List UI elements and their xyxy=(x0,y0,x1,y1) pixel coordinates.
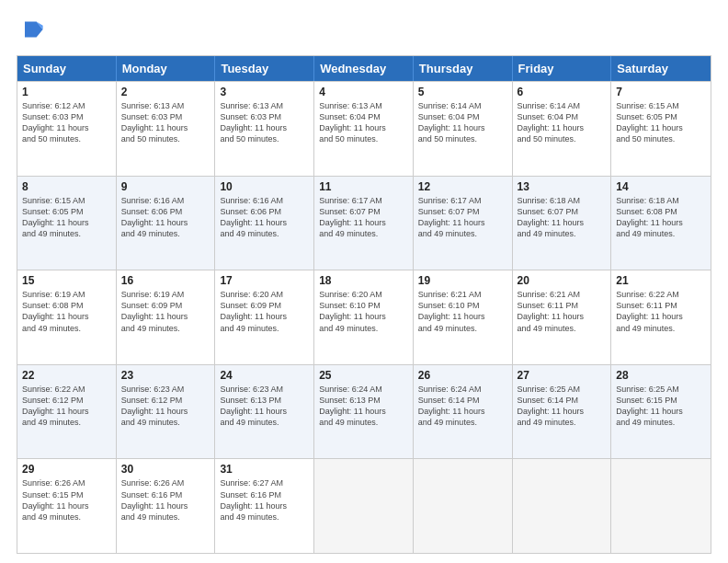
empty-cell xyxy=(414,459,513,553)
day-number: 24 xyxy=(220,369,309,382)
day-info: Sunrise: 6:22 AM Sunset: 6:11 PM Dayligh… xyxy=(616,289,706,334)
day-cell-15: 15Sunrise: 6:19 AM Sunset: 6:08 PM Dayli… xyxy=(17,270,117,364)
day-info: Sunrise: 6:23 AM Sunset: 6:13 PM Dayligh… xyxy=(220,384,309,429)
day-number: 5 xyxy=(418,86,507,98)
header xyxy=(17,17,711,46)
day-cell-10: 10Sunrise: 6:16 AM Sunset: 6:06 PM Dayli… xyxy=(215,177,314,270)
empty-cell xyxy=(611,459,711,553)
day-cell-6: 6Sunrise: 6:14 AM Sunset: 6:04 PM Daylig… xyxy=(513,82,612,176)
day-number: 28 xyxy=(616,369,706,382)
day-cell-2: 2Sunrise: 6:13 AM Sunset: 6:03 PM Daylig… xyxy=(117,82,216,176)
day-info: Sunrise: 6:18 AM Sunset: 6:08 PM Dayligh… xyxy=(616,195,706,240)
day-cell-5: 5Sunrise: 6:14 AM Sunset: 6:04 PM Daylig… xyxy=(414,82,513,176)
day-number: 25 xyxy=(319,369,408,382)
day-info: Sunrise: 6:13 AM Sunset: 6:03 PM Dayligh… xyxy=(121,100,210,145)
day-number: 15 xyxy=(22,274,111,287)
header-day-saturday: Saturday xyxy=(611,56,711,81)
day-number: 30 xyxy=(121,463,210,476)
day-info: Sunrise: 6:20 AM Sunset: 6:09 PM Dayligh… xyxy=(220,289,309,334)
day-number: 14 xyxy=(616,180,706,193)
day-number: 1 xyxy=(22,86,111,98)
day-info: Sunrise: 6:16 AM Sunset: 6:06 PM Dayligh… xyxy=(121,195,210,240)
day-info: Sunrise: 6:17 AM Sunset: 6:07 PM Dayligh… xyxy=(319,195,408,240)
day-number: 13 xyxy=(518,180,607,193)
empty-cell xyxy=(314,459,414,553)
calendar-row-1: 8Sunrise: 6:15 AM Sunset: 6:05 PM Daylig… xyxy=(17,176,711,270)
calendar-row-3: 22Sunrise: 6:22 AM Sunset: 6:12 PM Dayli… xyxy=(17,364,711,459)
day-cell-17: 17Sunrise: 6:20 AM Sunset: 6:09 PM Dayli… xyxy=(215,270,314,364)
day-cell-20: 20Sunrise: 6:21 AM Sunset: 6:11 PM Dayli… xyxy=(513,270,612,364)
day-number: 17 xyxy=(220,274,309,287)
day-cell-27: 27Sunrise: 6:25 AM Sunset: 6:14 PM Dayli… xyxy=(513,365,612,459)
day-cell-11: 11Sunrise: 6:17 AM Sunset: 6:07 PM Dayli… xyxy=(314,177,414,270)
day-number: 20 xyxy=(518,274,607,287)
calendar-body: 1Sunrise: 6:12 AM Sunset: 6:03 PM Daylig… xyxy=(17,81,711,553)
day-info: Sunrise: 6:13 AM Sunset: 6:04 PM Dayligh… xyxy=(319,100,408,145)
day-number: 2 xyxy=(121,86,210,98)
day-number: 16 xyxy=(121,274,210,287)
day-number: 11 xyxy=(319,180,408,193)
day-info: Sunrise: 6:25 AM Sunset: 6:14 PM Dayligh… xyxy=(518,384,607,429)
day-number: 7 xyxy=(616,86,706,98)
day-info: Sunrise: 6:14 AM Sunset: 6:04 PM Dayligh… xyxy=(418,100,507,145)
day-info: Sunrise: 6:23 AM Sunset: 6:12 PM Dayligh… xyxy=(121,384,210,429)
calendar-row-0: 1Sunrise: 6:12 AM Sunset: 6:03 PM Daylig… xyxy=(17,81,711,176)
day-info: Sunrise: 6:26 AM Sunset: 6:15 PM Dayligh… xyxy=(22,477,111,523)
day-cell-19: 19Sunrise: 6:21 AM Sunset: 6:10 PM Dayli… xyxy=(414,270,513,364)
calendar-header: SundayMondayTuesdayWednesdayThursdayFrid… xyxy=(17,56,711,81)
day-info: Sunrise: 6:22 AM Sunset: 6:12 PM Dayligh… xyxy=(22,384,111,429)
day-cell-26: 26Sunrise: 6:24 AM Sunset: 6:14 PM Dayli… xyxy=(414,365,513,459)
day-info: Sunrise: 6:13 AM Sunset: 6:03 PM Dayligh… xyxy=(220,100,309,145)
day-info: Sunrise: 6:18 AM Sunset: 6:07 PM Dayligh… xyxy=(518,195,607,240)
day-number: 4 xyxy=(319,86,408,98)
day-number: 12 xyxy=(418,180,507,193)
day-number: 21 xyxy=(616,274,706,287)
day-info: Sunrise: 6:15 AM Sunset: 6:05 PM Dayligh… xyxy=(616,100,706,145)
day-cell-8: 8Sunrise: 6:15 AM Sunset: 6:05 PM Daylig… xyxy=(17,177,117,270)
day-cell-12: 12Sunrise: 6:17 AM Sunset: 6:07 PM Dayli… xyxy=(414,177,513,270)
day-cell-31: 31Sunrise: 6:27 AM Sunset: 6:16 PM Dayli… xyxy=(215,459,314,553)
day-cell-28: 28Sunrise: 6:25 AM Sunset: 6:15 PM Dayli… xyxy=(611,365,711,459)
day-cell-21: 21Sunrise: 6:22 AM Sunset: 6:11 PM Dayli… xyxy=(611,270,711,364)
logo xyxy=(17,17,44,46)
header-day-friday: Friday xyxy=(513,56,612,81)
day-number: 26 xyxy=(418,369,507,382)
day-info: Sunrise: 6:19 AM Sunset: 6:08 PM Dayligh… xyxy=(22,289,111,334)
day-cell-1: 1Sunrise: 6:12 AM Sunset: 6:03 PM Daylig… xyxy=(17,82,117,176)
day-cell-4: 4Sunrise: 6:13 AM Sunset: 6:04 PM Daylig… xyxy=(314,82,414,176)
empty-cell xyxy=(513,459,612,553)
day-cell-3: 3Sunrise: 6:13 AM Sunset: 6:03 PM Daylig… xyxy=(215,82,314,176)
day-cell-22: 22Sunrise: 6:22 AM Sunset: 6:12 PM Dayli… xyxy=(17,365,117,459)
header-day-monday: Monday xyxy=(117,56,216,81)
day-cell-29: 29Sunrise: 6:26 AM Sunset: 6:15 PM Dayli… xyxy=(17,459,117,553)
calendar: SundayMondayTuesdayWednesdayThursdayFrid… xyxy=(17,55,711,554)
day-number: 6 xyxy=(518,86,607,98)
day-cell-16: 16Sunrise: 6:19 AM Sunset: 6:09 PM Dayli… xyxy=(117,270,216,364)
day-number: 22 xyxy=(22,369,111,382)
day-info: Sunrise: 6:25 AM Sunset: 6:15 PM Dayligh… xyxy=(616,384,706,429)
day-cell-7: 7Sunrise: 6:15 AM Sunset: 6:05 PM Daylig… xyxy=(611,82,711,176)
day-info: Sunrise: 6:15 AM Sunset: 6:05 PM Dayligh… xyxy=(22,195,111,240)
header-day-thursday: Thursday xyxy=(414,56,513,81)
day-number: 31 xyxy=(220,463,309,476)
day-cell-13: 13Sunrise: 6:18 AM Sunset: 6:07 PM Dayli… xyxy=(513,177,612,270)
day-cell-24: 24Sunrise: 6:23 AM Sunset: 6:13 PM Dayli… xyxy=(215,365,314,459)
calendar-row-4: 29Sunrise: 6:26 AM Sunset: 6:15 PM Dayli… xyxy=(17,458,711,553)
header-day-wednesday: Wednesday xyxy=(314,56,414,81)
header-day-tuesday: Tuesday xyxy=(215,56,314,81)
day-cell-9: 9Sunrise: 6:16 AM Sunset: 6:06 PM Daylig… xyxy=(117,177,216,270)
day-cell-25: 25Sunrise: 6:24 AM Sunset: 6:13 PM Dayli… xyxy=(314,365,414,459)
header-day-sunday: Sunday xyxy=(17,56,117,81)
day-info: Sunrise: 6:21 AM Sunset: 6:10 PM Dayligh… xyxy=(418,289,507,334)
day-number: 10 xyxy=(220,180,309,193)
day-info: Sunrise: 6:16 AM Sunset: 6:06 PM Dayligh… xyxy=(220,195,309,240)
day-info: Sunrise: 6:21 AM Sunset: 6:11 PM Dayligh… xyxy=(518,289,607,334)
day-info: Sunrise: 6:12 AM Sunset: 6:03 PM Dayligh… xyxy=(22,100,111,145)
day-info: Sunrise: 6:26 AM Sunset: 6:16 PM Dayligh… xyxy=(121,477,210,523)
day-info: Sunrise: 6:14 AM Sunset: 6:04 PM Dayligh… xyxy=(518,100,607,145)
day-info: Sunrise: 6:27 AM Sunset: 6:16 PM Dayligh… xyxy=(220,477,309,523)
day-info: Sunrise: 6:19 AM Sunset: 6:09 PM Dayligh… xyxy=(121,289,210,334)
day-info: Sunrise: 6:17 AM Sunset: 6:07 PM Dayligh… xyxy=(418,195,507,240)
day-info: Sunrise: 6:24 AM Sunset: 6:14 PM Dayligh… xyxy=(418,384,507,429)
day-number: 3 xyxy=(220,86,309,98)
